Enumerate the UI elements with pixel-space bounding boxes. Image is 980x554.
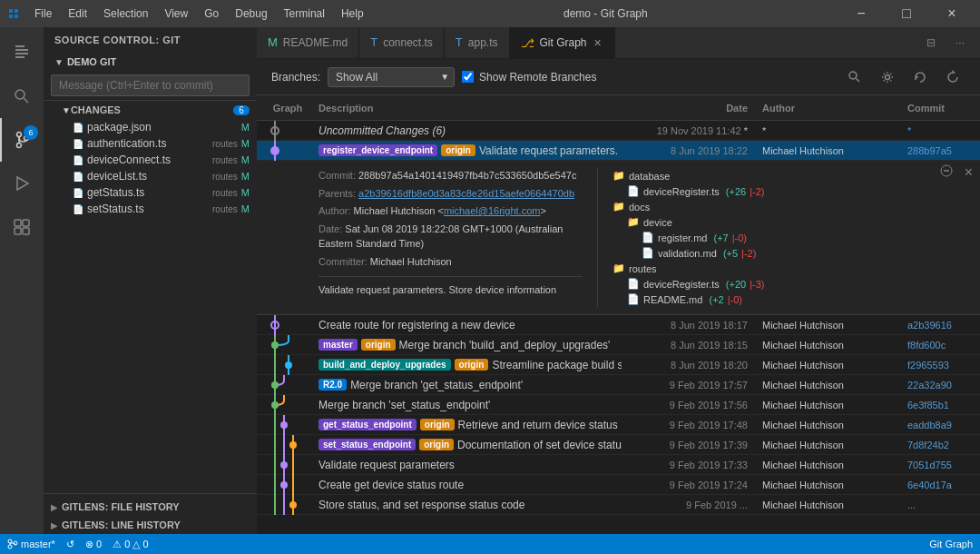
cell-desc-scroll: Store status, and set response status co… [311,499,622,511]
status-git-graph[interactable]: Git Graph [929,539,973,549]
detail-parents: Parents: a2b39616dfb8e0d3a83c8e26d15aefe… [318,186,583,202]
changes-header[interactable]: ▼ Changes 6 [44,101,257,119]
cell-author-6e3f85b1: Michael Hutchison [762,400,907,411]
file-icon: 📄 [73,155,83,165]
tab-readme[interactable]: M README.md [257,27,359,58]
menu-go[interactable]: Go [197,5,226,22]
file-name: deviceRegister.ts [643,186,720,197]
tab-close-button[interactable]: × [593,34,603,52]
file-icon: 📄 [642,232,654,243]
collapse-detail-button[interactable] [940,164,953,180]
menu-debug[interactable]: Debug [228,5,274,22]
file-item-getstatus[interactable]: 📄 getStatus.ts routes M [44,184,257,201]
gitlens-line-history[interactable]: ▶ GITLENS: LINE HISTORY [44,516,257,534]
split-editor-button[interactable]: ⊟ [918,33,944,53]
commit-row-f2965593[interactable]: build_and_deploy_upgrades origin Streaml… [257,355,980,375]
tab-bar: M README.md T connect.ts T app.ts ⎇ Git … [257,27,980,59]
commit-message-input[interactable] [51,74,250,96]
search-icon[interactable] [0,74,44,118]
minimize-button[interactable]: − [840,0,882,27]
file-item-devicelist[interactable]: 📄 deviceList.ts routes M [44,168,257,184]
extensions-icon[interactable] [0,205,44,249]
close-button[interactable]: × [931,0,973,27]
cell-date-f2965593: 8 Jun 2019 18:20 [622,360,762,371]
status-errors[interactable]: ⊗ 0 [85,539,102,550]
settings-button[interactable] [875,64,900,90]
menu-file[interactable]: File [27,5,59,22]
cell-desc-22a32a90: R2.0 Merge branch 'get_status_endpoint' [311,379,622,391]
file-item-package-json[interactable]: 📄 package.json M [44,119,257,135]
svg-rect-7 [15,56,24,58]
cell-date-6e40d17a: 9 Feb 2019 17:24 [622,480,762,490]
tab-connect[interactable]: T connect.ts [359,27,445,58]
source-control-icon[interactable]: 6 [0,118,44,162]
commit-row-6e3f85b1[interactable]: Merge branch 'set_status_endpoint' 9 Feb… [257,395,980,415]
file-path: routes [212,172,238,182]
commit-row-scroll[interactable]: Store status, and set response status co… [257,495,980,515]
cell-graph-eaddb8a9 [257,415,311,435]
file-tree-deviceregister-db[interactable]: 📄 deviceRegister.ts (+26|-2) [612,183,965,199]
detail-message: Validate request parameters. Store devic… [318,276,583,295]
menu-terminal[interactable]: Terminal [277,5,332,22]
status-sync[interactable]: ↺ [66,539,74,550]
menu-help[interactable]: Help [334,5,371,22]
commit-row-22a32a90[interactable]: R2.0 Merge branch 'get_status_endpoint' … [257,375,980,395]
menu-edit[interactable]: Edit [61,5,94,22]
more-actions-button[interactable]: ··· [947,33,973,53]
file-item-deviceconnect[interactable]: 📄 deviceConnect.ts routes M [44,152,257,168]
cell-desc-288b97a5: register_device_endpoint origin Validate… [311,144,622,157]
show-remote-checkbox[interactable] [462,71,474,83]
commit-row-288b97a5[interactable]: register_device_endpoint origin Validate… [257,141,980,161]
tab-git-graph[interactable]: ⎇ Git Graph × [510,27,615,58]
commit-row-7d8f24b2[interactable]: set_status_endpoint origin Documentation… [257,435,980,455]
commit-description-22a32a90: Merge branch 'get_status_endpoint' [350,379,523,391]
commit-row-eaddb8a9[interactable]: get_status_endpoint origin Retrieve and … [257,415,980,435]
col-graph-header: Graph [257,103,311,114]
svg-rect-1 [15,9,18,13]
col-description-header: Description [311,103,622,114]
status-warnings[interactable]: ⚠ 0 △ 0 [113,539,148,550]
close-detail-button[interactable]: × [965,164,973,181]
folder-icon: 📁 [612,170,625,182]
file-path: routes [212,204,238,214]
search-commits-button[interactable] [842,64,867,90]
status-branch[interactable]: master* [7,539,55,549]
commit-row-6e40d17a[interactable]: Create get device status route 9 Feb 201… [257,475,980,495]
svg-point-32 [271,341,279,349]
detail-author: Author: Michael Hutchison <michael@16rig… [318,203,583,219]
tab-app[interactable]: T app.ts [445,27,510,58]
gitlens-file-history[interactable]: ▶ GITLENS: FILE HISTORY [44,498,257,516]
commit-row-a2b39616[interactable]: Create route for registering a new devic… [257,315,980,335]
file-tree-readme-routes[interactable]: 📄 README.md (+2|-0) [612,292,965,307]
file-tree-deviceregister-routes[interactable]: 📄 deviceRegister.ts (+20|-3) [612,276,965,292]
diff-add: (+5 [720,248,738,259]
maximize-button[interactable]: □ [886,0,927,27]
file-path: routes [212,188,238,198]
file-tree-folder-docs: 📁 docs [612,199,965,214]
menu-selection[interactable]: Selection [96,5,155,22]
run-icon[interactable] [0,162,44,205]
file-tree-register-md[interactable]: 📄 register.md (+7|-0) [612,230,965,245]
svg-line-20 [857,78,860,82]
sidebar: Source Control: Git ▼ DEMO GIT ▼ Changes… [44,27,257,534]
file-status: M [241,154,250,165]
file-tree-validation-md[interactable]: 📄 validation.md (+5|-2) [612,245,965,261]
file-item-setstatus[interactable]: 📄 setStatus.ts routes M [44,201,257,217]
commit-row-f8fd600c[interactable]: master origin Merge branch 'build_and_de… [257,335,980,355]
detail-date: Date: Sat Jun 08 2019 18:22:08 GMT+1000 … [318,222,583,252]
branch-tag-origin-build: origin [455,359,489,371]
branches-select[interactable]: Show All [328,67,455,87]
svg-rect-3 [15,15,18,18]
fetch-button[interactable] [907,64,933,90]
explorer-icon[interactable] [0,31,44,74]
repo-header[interactable]: ▼ DEMO GIT [44,53,257,71]
tab-connect-icon: T [370,35,377,49]
show-remote-label[interactable]: Show Remote Branches [462,71,596,84]
refresh-button[interactable] [940,64,965,90]
file-item-authentication[interactable]: 📄 authentication.ts routes M [44,135,257,152]
cell-graph-7051d755 [257,455,311,475]
commit-row-uncommitted[interactable]: Uncommitted Changes (6) 19 Nov 2019 11:4… [257,121,980,141]
menu-view[interactable]: View [157,5,195,22]
commit-row-7051d755[interactable]: Validate request parameters 9 Feb 2019 1… [257,455,980,475]
cell-graph-f8fd600c [257,335,311,355]
